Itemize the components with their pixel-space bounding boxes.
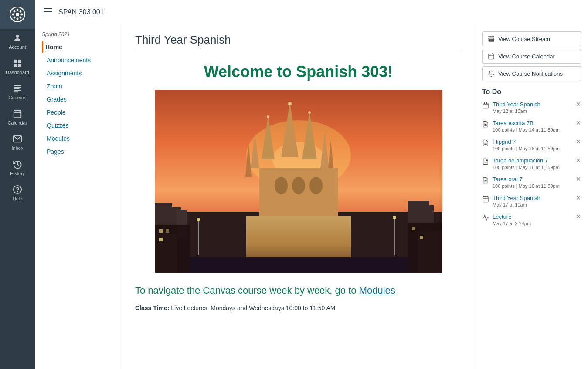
svg-point-61 [393,216,396,219]
todo-link[interactable]: Third Year Spanish [493,195,572,201]
page-heading: Third Year Spanish [135,33,462,52]
svg-rect-63 [155,234,177,273]
todo-meta: 100 points | May 16 at 11:59pm [493,165,572,170]
sidebar-item-modules[interactable]: Modules [42,132,122,145]
svg-rect-13 [14,64,17,67]
todo-meta: May 17 at 10am [493,202,572,207]
dashboard-icon [13,58,22,68]
todo-close-button[interactable]: ✕ [576,195,581,201]
view-notifications-button[interactable]: View Course Notifications [482,66,581,81]
sidebar-item-announcements[interactable]: Announcements [42,54,122,66]
nav-item-courses[interactable]: Courses [0,79,35,105]
svg-rect-12 [18,60,21,63]
todo-meta: 100 points | May 14 at 11:59pm [493,127,572,132]
svg-rect-14 [18,64,21,67]
todo-link[interactable]: Lecture [493,213,572,220]
todo-close-button[interactable]: ✕ [576,176,581,182]
view-calendar-button[interactable]: View Course Calendar [482,49,581,64]
navigate-text: To navigate the Canvas course week by we… [135,283,462,298]
help-icon [13,185,22,194]
svg-point-10 [16,35,19,38]
svg-rect-28 [44,11,52,12]
sidebar-item-zoom[interactable]: Zoom [42,80,122,92]
nav-item-calendar[interactable]: Calendar [0,105,35,130]
inbox-icon [13,134,22,144]
svg-rect-20 [14,111,21,118]
svg-rect-78 [483,103,488,108]
course-image [155,90,442,273]
todo-close-button[interactable]: ✕ [576,120,581,126]
todo-item: Tarea oral 7 100 points | May 16 at 11:5… [482,176,581,189]
todo-link[interactable]: Tarea de ampliación 7 [493,157,572,164]
todo-link[interactable]: Flipgrid 7 [493,139,572,145]
svg-point-54 [275,177,288,194]
stream-icon [488,35,495,42]
svg-point-50 [288,102,292,105]
svg-rect-90 [483,197,488,202]
svg-point-7 [20,17,22,19]
svg-point-5 [21,14,23,16]
todo-link[interactable]: Third Year Spanish [493,101,572,108]
svg-rect-15 [14,85,21,86]
course-sidebar: Spring 2021 Home Announcements Assignmen… [35,24,122,369]
svg-point-51 [267,115,269,118]
canvas-logo[interactable] [0,0,35,29]
todo-item: Lecture May 17 at 2:14pm ✕ [482,213,581,226]
sidebar-item-quizzes[interactable]: Quizzes [42,119,122,132]
svg-point-56 [309,177,323,194]
view-stream-button[interactable]: View Course Stream [482,31,581,46]
sidebar-item-grades[interactable]: Grades [42,93,122,105]
assignment-icon [482,121,489,129]
svg-point-3 [17,18,19,20]
todo-meta: May 12 at 10am [493,108,572,114]
svg-rect-68 [159,238,163,241]
hamburger-button[interactable] [44,7,52,17]
sidebar-item-pages[interactable]: Pages [42,146,122,158]
nav-item-inbox[interactable]: Inbox [0,130,35,155]
history-icon [13,159,22,169]
sidebar-item-assignments[interactable]: Assignments [42,67,122,79]
nav-item-history[interactable]: History [0,155,35,180]
todo-meta: 100 points | May 16 at 11:59pm [493,183,572,189]
svg-rect-71 [489,36,494,37]
nav-item-help[interactable]: Help [0,180,35,206]
todo-close-button[interactable]: ✕ [576,139,581,145]
nav-item-account[interactable]: Account [0,29,35,54]
svg-point-8 [20,10,22,13]
svg-point-55 [292,177,305,194]
sidebar-item-home[interactable]: Home [42,41,122,53]
top-bar: SPAN 303 001 [35,0,588,24]
todo-item: Flipgrid 7 100 points | May 16 at 11:59p… [482,139,581,151]
left-navigation: Account Dashboard Courses Calendar [0,0,35,369]
todo-close-button[interactable]: ✕ [576,101,581,107]
nav-item-dashboard[interactable]: Dashboard [0,54,35,79]
svg-rect-57 [155,257,442,273]
courses-icon [13,84,22,93]
calendar-nav-icon [13,109,22,118]
todo-item: Third Year Spanish May 17 at 10am ✕ [482,195,581,207]
right-sidebar: View Course Stream View Course Calendar [475,24,588,369]
bell-icon [488,70,495,77]
svg-rect-70 [420,236,423,239]
svg-rect-72 [489,38,494,40]
todo-link[interactable]: Tarea escrita 7B [493,120,572,126]
svg-rect-74 [489,54,494,59]
main-content: Third Year Spanish Welcome to Spanish 30… [122,24,475,369]
sidebar-item-people[interactable]: People [42,106,122,118]
svg-rect-29 [44,14,52,14]
svg-rect-17 [14,88,20,89]
svg-rect-73 [489,40,494,41]
assignment-icon [482,177,489,185]
todo-close-button[interactable]: ✕ [576,157,581,163]
todo-meta: 100 points | May 16 at 11:59pm [493,146,572,151]
todo-link[interactable]: Tarea oral 7 [493,176,572,183]
todo-close-button[interactable]: ✕ [576,213,581,220]
svg-rect-27 [44,8,52,9]
todo-item: Tarea de ampliación 7 100 points | May 1… [482,157,581,170]
announcement-icon [482,214,489,223]
svg-rect-11 [14,60,17,63]
course-title: SPAN 303 001 [58,8,104,16]
svg-point-59 [197,218,200,221]
modules-link[interactable]: Modules [359,285,395,296]
svg-rect-66 [159,229,163,233]
